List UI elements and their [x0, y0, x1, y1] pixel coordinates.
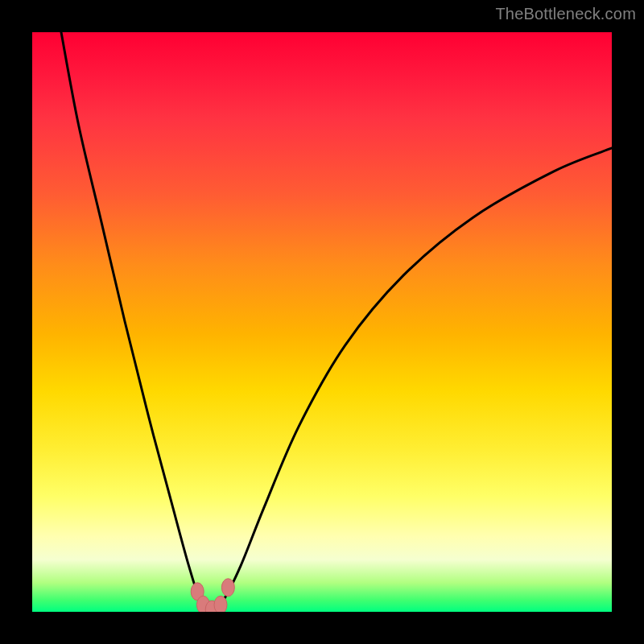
chart-svg: [32, 32, 612, 612]
marker-layer: [191, 579, 234, 612]
plot-area: [32, 32, 612, 612]
curve-layer: [61, 32, 612, 612]
bottleneck-curve: [61, 32, 612, 612]
data-marker: [214, 596, 227, 612]
data-marker: [221, 579, 234, 597]
watermark-text: TheBottleneck.com: [495, 5, 636, 23]
chart-frame: TheBottleneck.com: [0, 0, 644, 644]
